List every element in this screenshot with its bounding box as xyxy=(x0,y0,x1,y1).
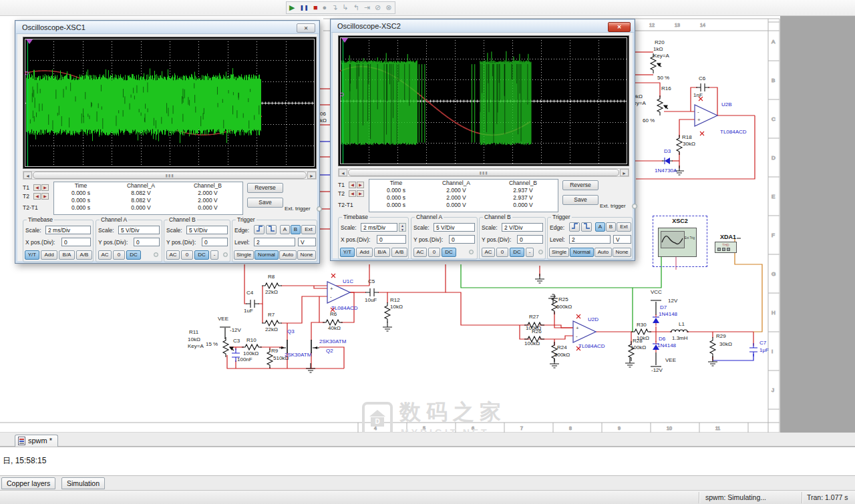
component[interactable]: +- xyxy=(573,321,596,342)
channel-b-0-button[interactable]: 0 xyxy=(181,250,193,260)
channel-b-dc-button[interactable]: DC xyxy=(510,248,524,257)
component[interactable] xyxy=(708,356,717,366)
wire[interactable] xyxy=(319,296,325,322)
wire[interactable] xyxy=(713,354,753,360)
trigger-none-button[interactable]: None xyxy=(297,250,316,260)
trigger-normal-button[interactable]: Normal xyxy=(570,248,594,257)
timebase-xpos-field[interactable]: 0 xyxy=(61,238,91,246)
scroll-left-arrow[interactable]: ◄ xyxy=(339,169,347,176)
component[interactable] xyxy=(576,314,580,318)
component[interactable] xyxy=(246,300,259,308)
scroll-right-arrow[interactable]: ► xyxy=(307,172,316,179)
component[interactable] xyxy=(700,132,704,136)
t2-left-button[interactable]: ◀ xyxy=(33,193,41,200)
scroll-left-arrow[interactable]: ◄ xyxy=(23,172,32,179)
channel-b-ac-button[interactable]: AC xyxy=(482,248,495,257)
save-button[interactable]: Save xyxy=(562,195,598,205)
trigger-level-unit[interactable]: V xyxy=(298,238,316,246)
component[interactable] xyxy=(710,337,715,357)
channel-b-dc-button[interactable]: DC xyxy=(194,250,209,260)
tab-simulation[interactable]: Simulation xyxy=(61,477,105,489)
component[interactable]: +- xyxy=(327,282,350,303)
trigger-level-field[interactable]: 2 xyxy=(569,235,611,244)
channel-a-dc-button[interactable]: DC xyxy=(442,248,456,257)
component[interactable] xyxy=(385,302,390,322)
yt-button[interactable]: Y/T xyxy=(25,250,39,260)
scroll-right-arrow[interactable]: ► xyxy=(620,169,629,176)
record-button[interactable]: ● xyxy=(323,1,327,14)
channel-b-ypos-field[interactable]: 0 xyxy=(517,235,543,244)
channel-a-ac-button[interactable]: AC xyxy=(413,248,427,257)
channel-b-scale-field[interactable]: 5 V/Div xyxy=(186,226,228,234)
wire[interactable] xyxy=(244,264,246,304)
edge-falling-button[interactable] xyxy=(581,222,592,232)
ab-button[interactable]: A/B xyxy=(76,250,92,260)
component[interactable] xyxy=(677,135,682,155)
wire[interactable] xyxy=(735,238,762,332)
xsc1-scrollbar[interactable]: ◄ ▮▮▮ ► xyxy=(23,171,317,180)
t1-right-button[interactable]: ▶ xyxy=(357,182,364,188)
ext-trigger-radio[interactable] xyxy=(632,204,637,209)
component[interactable] xyxy=(696,83,709,91)
component[interactable] xyxy=(331,274,335,278)
wire[interactable] xyxy=(281,296,327,323)
ba-button[interactable]: B/A xyxy=(374,248,390,257)
component[interactable] xyxy=(535,274,544,283)
trigger-a-button[interactable]: A xyxy=(595,222,605,232)
xsc2-scrollbar[interactable]: ◄ ▮▮▮ ► xyxy=(338,168,629,177)
trigger-auto-button[interactable]: Auto xyxy=(594,248,612,257)
wire[interactable] xyxy=(259,286,263,304)
trigger-single-button[interactable]: Single xyxy=(549,248,569,257)
ab-button[interactable]: A/B xyxy=(391,248,407,257)
channel-a-ac-button[interactable]: AC xyxy=(98,250,112,260)
channel-a-scale-field[interactable]: 5 V/Div xyxy=(118,226,160,234)
component[interactable] xyxy=(262,320,282,326)
reverse-button[interactable]: Reverse xyxy=(562,180,598,190)
channel-b-0-button[interactable]: 0 xyxy=(496,248,508,257)
design-tab-spwm[interactable]: spwm * xyxy=(15,435,58,447)
trigger-level-field[interactable]: 2 xyxy=(254,238,295,246)
wire[interactable] xyxy=(311,322,319,340)
pause-at-breakpoint-button[interactable]: ⊘ xyxy=(375,1,381,14)
trigger-b-button[interactable]: B xyxy=(606,222,616,232)
channel-a-0-button[interactable]: 0 xyxy=(428,248,440,257)
component[interactable] xyxy=(631,329,651,334)
step-over-button[interactable]: ↳ xyxy=(342,1,348,14)
timebase-scale-field[interactable]: 2 ms/Div xyxy=(361,223,397,232)
pause-simulation-button[interactable]: ❚❚ xyxy=(299,1,308,14)
scroll-thumb[interactable]: ▮▮▮ xyxy=(33,172,307,179)
component[interactable] xyxy=(662,158,673,164)
run-to-cursor-button[interactable]: ⇥ xyxy=(364,1,370,14)
channel-b-ac-button[interactable]: AC xyxy=(166,250,180,260)
wire[interactable] xyxy=(446,292,530,325)
component[interactable] xyxy=(657,95,668,115)
ba-button[interactable]: B/A xyxy=(59,250,75,260)
component[interactable] xyxy=(279,340,287,353)
timebase-scale-spinner[interactable]: ▲▼ xyxy=(399,223,406,232)
component[interactable] xyxy=(749,343,757,356)
trigger-ext-button[interactable]: Ext xyxy=(301,225,316,234)
step-out-button[interactable]: ↰ xyxy=(353,1,359,14)
yt-button[interactable]: Y/T xyxy=(340,248,355,257)
xsc1-close-button[interactable]: ✕ xyxy=(297,23,315,33)
component[interactable] xyxy=(625,358,635,367)
channel-a-ypos-field[interactable]: 0 xyxy=(134,238,160,246)
component[interactable] xyxy=(242,344,262,350)
t2-right-button[interactable]: ▶ xyxy=(357,190,364,197)
trigger-auto-button[interactable]: Auto xyxy=(279,250,297,260)
save-button[interactable]: Save xyxy=(247,198,283,208)
edge-rising-button[interactable] xyxy=(569,222,580,232)
trigger-single-button[interactable]: Single xyxy=(234,250,254,260)
channel-a-0-button[interactable]: 0 xyxy=(113,250,125,260)
add-button[interactable]: Add xyxy=(356,248,373,257)
timebase-xpos-field[interactable]: 0 xyxy=(377,235,406,244)
scroll-thumb[interactable]: ▮▮▮ xyxy=(348,169,619,176)
trigger-level-unit[interactable]: V xyxy=(613,235,631,244)
component[interactable] xyxy=(670,330,689,332)
channel-b-invert-button[interactable]: - xyxy=(210,250,218,260)
component[interactable] xyxy=(323,320,343,325)
t2-left-button[interactable]: ◀ xyxy=(349,190,356,197)
tab-copper-layers[interactable]: Copper layers xyxy=(1,477,55,489)
oscilloscope-xsc2-instrument[interactable]: XSC2 Ext Trig xyxy=(653,216,707,267)
component[interactable] xyxy=(223,337,234,357)
